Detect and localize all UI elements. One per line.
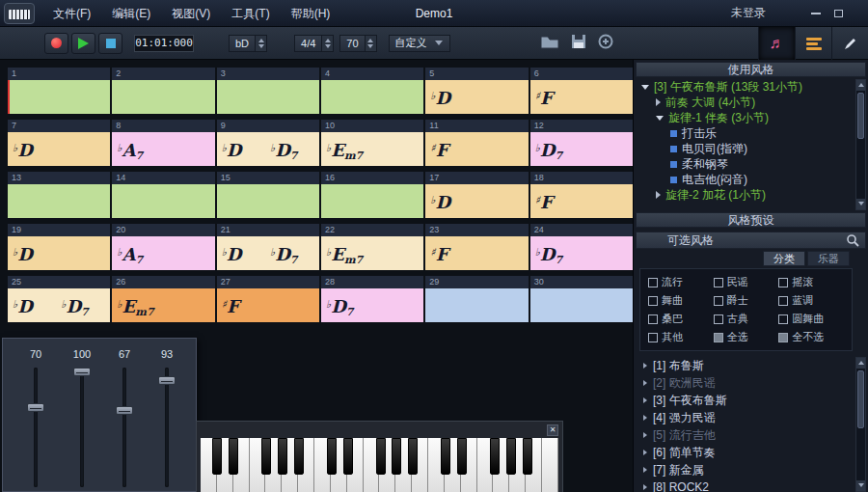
measure-body[interactable]: ♭D (8, 236, 110, 270)
filter-item[interactable]: 爵士 (714, 293, 779, 308)
piano-black-key[interactable] (261, 438, 271, 475)
style-list-item[interactable]: [2] 欧洲民谣 (636, 374, 854, 392)
edit-panel-tab-button[interactable] (831, 27, 868, 60)
measure-body[interactable] (530, 288, 633, 322)
filter-item[interactable]: 其他 (648, 330, 714, 344)
piano-black-key[interactable] (408, 438, 418, 475)
filter-item[interactable]: 摇滚 (778, 275, 844, 289)
measure-body[interactable]: ♯F (217, 288, 319, 322)
piano-black-key[interactable] (343, 438, 353, 475)
style-list-item[interactable]: [6] 简单节奏 (636, 444, 854, 461)
checkbox-icon[interactable] (714, 333, 723, 342)
piano-black-key[interactable] (523, 438, 532, 475)
tree-item[interactable]: 打击乐 (636, 125, 854, 141)
piano-black-key[interactable] (212, 438, 222, 475)
measure-body[interactable]: ♭D (8, 132, 110, 166)
time-signature-select[interactable]: 4/4 (294, 35, 334, 52)
record-button[interactable] (44, 33, 68, 54)
scroll-up-icon[interactable] (856, 358, 865, 369)
checkbox-icon[interactable] (714, 296, 723, 306)
measure-body[interactable] (112, 184, 214, 218)
filter-item[interactable]: 流行 (648, 275, 714, 289)
piano-black-key[interactable] (294, 438, 304, 475)
key-select[interactable]: bD (229, 35, 267, 52)
tree-item[interactable]: 旋律-1 伴奏 (3小节) (636, 110, 854, 125)
checkbox-icon[interactable] (648, 333, 658, 342)
checkbox-icon[interactable] (714, 314, 723, 324)
checkbox-icon[interactable] (778, 314, 788, 324)
piano-black-key[interactable] (490, 438, 500, 475)
measure-body[interactable]: ♭D♭D7 (217, 132, 319, 166)
tree-item[interactable]: 电吉他(闷音) (636, 172, 854, 187)
open-folder-button[interactable] (540, 34, 559, 53)
scroll-down-icon[interactable] (856, 480, 865, 491)
style-list-item[interactable]: [8] ROCK2 (636, 478, 854, 492)
scroll-up-icon[interactable] (856, 80, 865, 91)
track-panel-tab-button[interactable] (795, 27, 831, 60)
filter-item[interactable]: 古典 (714, 312, 779, 326)
style-panel-tab-button[interactable]: ♬ (758, 27, 795, 60)
filter-item[interactable]: 全选 (714, 330, 779, 344)
slider-handle[interactable] (73, 368, 91, 376)
mixer-slider[interactable] (165, 368, 169, 487)
measure-body[interactable]: ♭Em7 (321, 132, 423, 166)
export-button[interactable] (598, 34, 613, 53)
mixer-slider[interactable] (80, 368, 84, 487)
measure-body[interactable]: ♯F (530, 80, 633, 114)
stop-button[interactable] (98, 33, 122, 54)
scrollbar-thumb[interactable] (857, 370, 864, 428)
checkbox-icon[interactable] (648, 314, 658, 324)
menu-item-0[interactable]: 文件(F) (42, 0, 101, 27)
measure-body[interactable]: ♭D7 (530, 236, 633, 270)
measure-body[interactable]: ♯F (530, 184, 633, 218)
style-list-item[interactable]: [7] 新金属 (636, 461, 854, 478)
piano-black-key[interactable] (506, 438, 516, 475)
menu-item-3[interactable]: 工具(T) (221, 0, 280, 27)
checkbox-icon[interactable] (714, 278, 723, 287)
filter-item[interactable]: 蓝调 (778, 293, 844, 308)
measure-body[interactable]: ♭D7 (530, 132, 633, 166)
tree-item[interactable]: 旋律-2 加花 (1小节) (636, 187, 854, 203)
piano-black-key[interactable] (327, 438, 337, 475)
maximize-icon[interactable] (834, 10, 843, 17)
measure-body[interactable]: ♭Em7 (112, 288, 214, 322)
filter-item[interactable]: 桑巴 (648, 312, 714, 326)
search-icon[interactable] (846, 233, 859, 247)
tree-item[interactable]: 柔和钢琴 (636, 156, 854, 172)
measure-body[interactable] (8, 80, 110, 114)
tempo-select[interactable]: 70 (339, 35, 376, 52)
tab-instrument[interactable]: 乐器 (807, 251, 850, 266)
slider-handle[interactable] (27, 403, 44, 412)
minimize-icon[interactable] (811, 13, 821, 14)
filter-item[interactable]: 全不选 (778, 330, 844, 344)
style-list-item[interactable]: [3] 午夜布鲁斯 (636, 392, 854, 409)
piano-black-key[interactable] (392, 438, 401, 475)
checkbox-icon[interactable] (648, 278, 658, 287)
filter-item[interactable]: 舞曲 (648, 293, 714, 308)
measure-body[interactable] (425, 288, 528, 322)
spinner-icon[interactable] (365, 36, 376, 51)
measure-body[interactable] (217, 80, 319, 114)
login-status[interactable]: 未登录 (731, 5, 766, 21)
mixer-slider[interactable] (34, 368, 38, 487)
measure-body[interactable] (321, 80, 423, 114)
checkbox-icon[interactable] (648, 296, 658, 306)
checkbox-icon[interactable] (778, 333, 788, 342)
menu-item-4[interactable]: 帮助(H) (281, 0, 341, 27)
tree-scrollbar[interactable] (855, 79, 866, 210)
style-list-item[interactable]: [5] 流行吉他 (636, 426, 854, 444)
measure-body[interactable]: ♯F (425, 132, 528, 166)
filter-item[interactable]: 民谣 (714, 275, 779, 289)
piano-black-key[interactable] (457, 438, 467, 475)
spinner-icon[interactable] (321, 36, 333, 51)
checkbox-icon[interactable] (778, 278, 788, 287)
spinner-icon[interactable] (255, 36, 266, 51)
measure-body[interactable]: ♭D♭D7 (8, 288, 110, 322)
tree-item[interactable]: [3] 午夜布鲁斯 (13段 31小节) (636, 79, 854, 95)
style-mode-select[interactable]: 自定义 (389, 35, 450, 52)
play-button[interactable] (71, 33, 95, 54)
measure-body[interactable]: ♭D7 (321, 288, 423, 322)
checkbox-icon[interactable] (778, 296, 788, 306)
menu-item-2[interactable]: 视图(V) (161, 0, 221, 27)
slider-handle[interactable] (116, 406, 133, 415)
